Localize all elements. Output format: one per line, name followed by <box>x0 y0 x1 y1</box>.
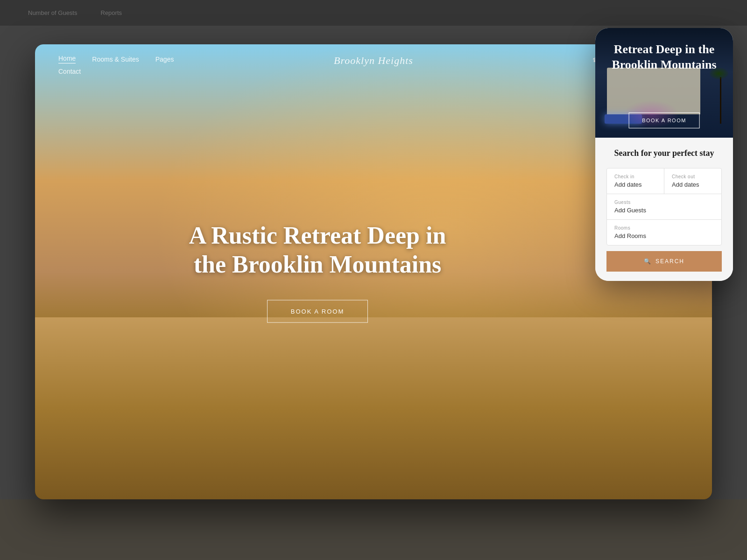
checkout-value: Add dates <box>672 181 714 188</box>
search-icon: 🔍 <box>644 258 652 265</box>
nav-second-row: Contact <box>58 67 689 76</box>
phone-hero-image: Retreat Deep in the Brooklin Mountains B… <box>595 28 733 138</box>
checkout-field[interactable]: Check out Add dates <box>664 168 721 194</box>
phone-book-room-button[interactable]: BOOK A ROOM <box>628 112 700 128</box>
phone-hero-title: Retreat Deep in the Brooklin Mountains <box>595 42 733 72</box>
nav-pages[interactable]: Pages <box>155 56 174 63</box>
rooms-label: Rooms <box>614 225 714 231</box>
search-label: SEARCH <box>655 258 684 265</box>
nav-home[interactable]: Home <box>58 55 76 63</box>
checkin-field[interactable]: Check in Add dates <box>607 168 664 194</box>
checkin-label: Check in <box>614 174 656 179</box>
book-room-button[interactable]: BOOK A ROOM <box>267 300 368 323</box>
background-top-bar: Number of Guests Reports <box>0 0 747 26</box>
search-title: Search for your perfect stay <box>606 148 722 159</box>
search-form: Check in Add dates Check out Add dates G… <box>606 168 722 245</box>
nav-center: Brooklyn Heights <box>334 55 413 67</box>
search-panel: Search for your perfect stay Check in Ad… <box>595 138 733 281</box>
nav-left-items: Home Rooms & Suites Pages <box>58 55 174 63</box>
rooms-value: Add Rooms <box>614 232 714 239</box>
nav-rooms-suites[interactable]: Rooms & Suites <box>92 56 139 63</box>
checkin-value: Add dates <box>614 181 656 188</box>
guests-field[interactable]: Guests Add Guests <box>607 194 721 220</box>
hero-title: A Rustic Retreat Deep in the Brooklin Mo… <box>177 221 458 279</box>
hero-content: A Rustic Retreat Deep in the Brooklin Mo… <box>177 221 458 323</box>
background-bottom <box>0 499 747 560</box>
guests-value: Add Guests <box>614 207 714 214</box>
bg-nav-reports: Reports <box>101 9 122 16</box>
desert-floor <box>35 317 712 499</box>
checkout-label: Check out <box>672 174 714 179</box>
brand-name: Brooklyn Heights <box>334 55 413 66</box>
rooms-field[interactable]: Rooms Add Rooms <box>607 220 721 245</box>
palm-trunk <box>720 77 721 124</box>
date-row: Check in Add dates Check out Add dates <box>607 168 721 194</box>
search-button[interactable]: 🔍 SEARCH <box>606 251 722 272</box>
nav-contact[interactable]: Contact <box>58 68 81 75</box>
phone-mockup: Retreat Deep in the Brooklin Mountains B… <box>595 28 733 281</box>
bg-nav-guests: Number of Guests <box>28 9 78 16</box>
guests-label: Guests <box>614 200 714 205</box>
